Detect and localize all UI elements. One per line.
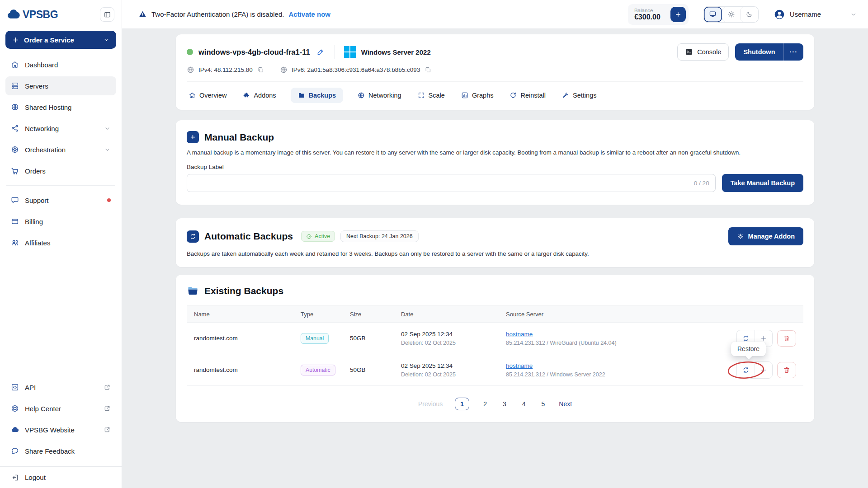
tab-graphs[interactable]: Graphs	[459, 88, 495, 103]
backup-date: 02 Sep 2025 12:34	[401, 331, 499, 338]
automatic-backups-title: Automatic Backups	[204, 231, 293, 242]
ipv6-label: IPv6:	[292, 66, 306, 73]
app: VPSBG Order a Service DashboardServersSh…	[0, 0, 868, 488]
delete-backup-button[interactable]	[777, 330, 796, 347]
copy-icon	[425, 66, 431, 73]
external-link-icon	[104, 426, 111, 433]
theme-light-button[interactable]	[722, 7, 740, 22]
existing-backups-card: Existing Backups NameTypeSizeDateSource …	[176, 275, 814, 422]
shutdown-more-button[interactable]: ···	[783, 43, 804, 61]
brand-logo: VPSBG	[6, 8, 58, 21]
content: windows-vps-4gb-cloud-fra1-11 Windows Se…	[122, 29, 868, 488]
sidebar-item-vpsbg-website[interactable]: VPSBG Website	[5, 420, 116, 439]
add-funds-button[interactable]	[670, 7, 686, 22]
sidebar-item-share-feedback[interactable]: Share Feedback	[5, 441, 116, 460]
existing-backups-title: Existing Backups	[204, 286, 283, 296]
backup-label-input[interactable]	[187, 174, 716, 192]
pagination-page-1[interactable]: 1	[455, 398, 469, 410]
hostname-link[interactable]: hostname	[506, 362, 533, 369]
order-a-service-label: Order a Service	[24, 36, 99, 44]
sidebar-item-api[interactable]: API	[5, 378, 116, 397]
activate-now-link[interactable]: Activate now	[288, 10, 330, 18]
sidebar-item-support[interactable]: Support	[5, 191, 116, 210]
deletion-date: Deletion: 02 Oct 2025	[401, 371, 499, 378]
backup-date: 02 Sep 2025 12:34	[401, 362, 499, 369]
sidebar-item-servers[interactable]: Servers	[5, 76, 116, 95]
tab-networking[interactable]: Networking	[356, 88, 403, 103]
sidebar-item-networking[interactable]: Networking	[5, 119, 116, 138]
char-counter: 0 / 20	[694, 180, 709, 187]
trash-icon	[783, 366, 790, 374]
restore-icon	[742, 366, 750, 374]
hostname-link[interactable]: hostname	[506, 331, 533, 338]
sidebar-item-orchestration[interactable]: Orchestration	[5, 140, 116, 159]
sidebar-item-dashboard[interactable]: Dashboard	[5, 55, 116, 74]
chevron-down-icon	[103, 37, 110, 43]
column-header-date: Date	[394, 311, 499, 318]
backup-size: 50GB	[343, 366, 394, 373]
comment-icon	[11, 447, 19, 455]
copy-ipv6-button[interactable]	[424, 66, 432, 74]
manage-addon-label: Manage Addon	[748, 233, 795, 240]
user-menu[interactable]: Username	[774, 9, 859, 20]
pagination-page-3[interactable]: 3	[501, 398, 508, 410]
pagination: Previous12345Next	[187, 398, 803, 410]
plus-icon	[12, 36, 19, 44]
plus-icon	[760, 335, 767, 342]
edit-server-name-button[interactable]	[316, 47, 326, 57]
console-button[interactable]: Console	[677, 43, 729, 61]
automatic-backups-card: Automatic Backups Active Next Backup: 24…	[176, 218, 814, 267]
globe-icon	[358, 92, 365, 99]
sidebar-item-orders[interactable]: Orders	[5, 161, 116, 180]
copy-ipv4-button[interactable]	[257, 66, 264, 74]
sidebar-item-affiliates[interactable]: Affiliates	[5, 233, 116, 252]
globe-icon	[280, 66, 288, 74]
pagination-page-5[interactable]: 5	[540, 398, 547, 410]
sidebar-footer-nav: APIHelp CenterVPSBG WebsiteShare Feedbac…	[0, 378, 122, 463]
pagination-previous[interactable]: Previous	[418, 400, 443, 408]
take-manual-backup-button[interactable]: Take Manual Backup	[722, 174, 803, 192]
folder-icon	[298, 92, 305, 99]
theme-system-button[interactable]	[704, 7, 722, 22]
balance-widget: Balance €300.00	[628, 4, 689, 25]
tab-overview[interactable]: Overview	[187, 88, 228, 103]
sidebar-item-shared-hosting[interactable]: Shared Hosting	[5, 98, 116, 117]
pagination-page-2[interactable]: 2	[481, 398, 489, 410]
tab-backups[interactable]: Backups	[291, 88, 343, 103]
column-header-size: Size	[343, 311, 394, 318]
topbar-right: Balance €300.00 Username	[628, 4, 859, 25]
manage-addon-button[interactable]: Manage Addon	[728, 227, 803, 245]
trash-icon	[783, 335, 790, 342]
table-header: NameTypeSizeDateSource Server	[187, 305, 803, 323]
sidebar-collapse-button[interactable]	[100, 7, 114, 22]
shutdown-button[interactable]: Shutdown ···	[735, 43, 803, 61]
source-detail: 85.214.231.312 / Windows Server 2022	[506, 371, 719, 378]
chat-icon	[11, 196, 19, 204]
pagination-next[interactable]: Next	[559, 400, 572, 408]
column-header-type: Type	[293, 311, 343, 318]
expand-icon	[418, 92, 425, 99]
pagination-page-4[interactable]: 4	[520, 398, 528, 410]
sidebar-item-billing[interactable]: Billing	[5, 212, 116, 231]
sidebar-item-help-center[interactable]: Help Center	[5, 399, 116, 418]
panel-icon	[104, 11, 111, 19]
home-icon	[11, 61, 19, 69]
delete-backup-button[interactable]	[777, 362, 796, 378]
ipv4-value: 48.112.215.80	[214, 66, 253, 73]
tab-settings[interactable]: Settings	[560, 88, 598, 103]
tab-addons[interactable]: Addons	[241, 88, 278, 103]
backup-size: 50GB	[343, 335, 394, 342]
sidebar-divider	[6, 185, 115, 186]
sidebar-item-logout[interactable]: Logout	[0, 466, 122, 488]
monitor-icon	[709, 10, 717, 18]
create-server-from-backup-button[interactable]	[755, 362, 772, 378]
plus-icon	[760, 366, 767, 374]
tab-reinstall[interactable]: Reinstall	[508, 88, 547, 103]
theme-dark-button[interactable]	[740, 7, 758, 22]
chevron-down-icon	[104, 125, 111, 132]
tab-scale[interactable]: Scale	[416, 88, 447, 103]
sidebar: VPSBG Order a Service DashboardServersSh…	[0, 0, 122, 488]
wallet-icon	[11, 217, 19, 225]
restore-backup-button[interactable]	[737, 362, 755, 378]
order-a-service-button[interactable]: Order a Service	[5, 31, 116, 49]
